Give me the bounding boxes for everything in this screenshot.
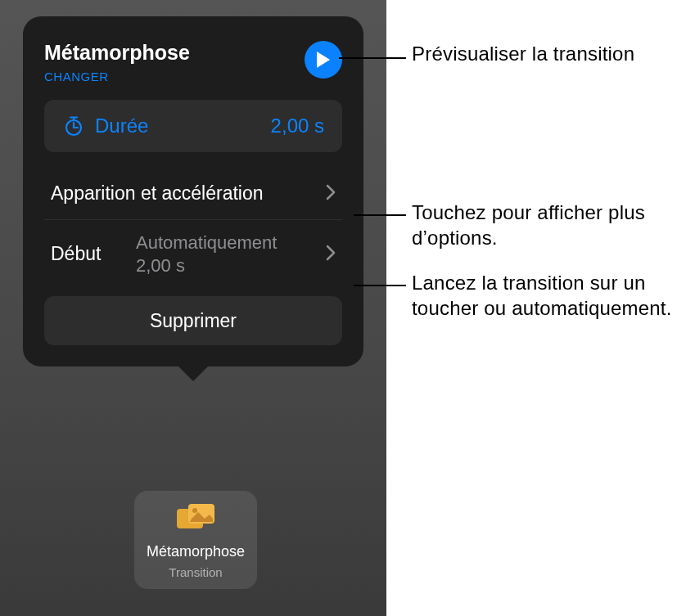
chevron-right-icon [326, 245, 336, 264]
play-icon [315, 51, 332, 69]
appearance-label: Apparition et accélération [51, 182, 264, 205]
transition-popover: Métamorphose CHANGER [23, 16, 363, 366]
start-value: Automatiquement 2,00 s [136, 232, 318, 277]
transition-title: Métamorphose [44, 41, 190, 65]
preview-play-button[interactable] [305, 41, 342, 79]
app-mock-area: Métamorphose CHANGER [0, 0, 386, 616]
duration-label: Durée [95, 115, 148, 137]
popover-title-block: Métamorphose CHANGER [44, 41, 190, 83]
appearance-row[interactable]: Apparition et accélération [44, 167, 342, 219]
start-value-line1: Automatiquement [136, 232, 277, 253]
delete-button[interactable]: Supprimer [44, 296, 342, 345]
duration-value: 2,00 s [271, 115, 324, 137]
rows-group: Apparition et accélération Début Automat… [44, 167, 342, 291]
callout-more-options: Touchez pour afficher plus d’options. [412, 200, 674, 250]
start-value-line2: 2,00 s [136, 255, 185, 276]
callout-preview: Prévisualiser la transition [412, 41, 657, 66]
callout-line [354, 285, 406, 286]
duration-row[interactable]: Durée 2,00 s [44, 100, 342, 152]
duration-left: Durée [62, 115, 148, 137]
change-button[interactable]: CHANGER [44, 70, 190, 83]
start-label: Début [51, 243, 121, 265]
callout-line [339, 57, 406, 59]
popover-header: Métamorphose CHANGER [44, 41, 342, 83]
svg-point-7 [192, 508, 197, 513]
chip-title: Métamorphose [147, 543, 245, 560]
chevron-right-icon [326, 184, 336, 204]
start-row[interactable]: Début Automatiquement 2,00 s [44, 219, 342, 291]
timer-icon [62, 115, 85, 137]
chip-subtitle: Transition [169, 565, 222, 579]
transition-chip[interactable]: Métamorphose Transition [134, 491, 257, 589]
popover-arrow [177, 365, 210, 381]
callout-line [354, 214, 406, 216]
callout-start-help: Lancez la transition sur un toucher ou a… [412, 270, 674, 321]
transition-chip-icon [174, 501, 218, 535]
